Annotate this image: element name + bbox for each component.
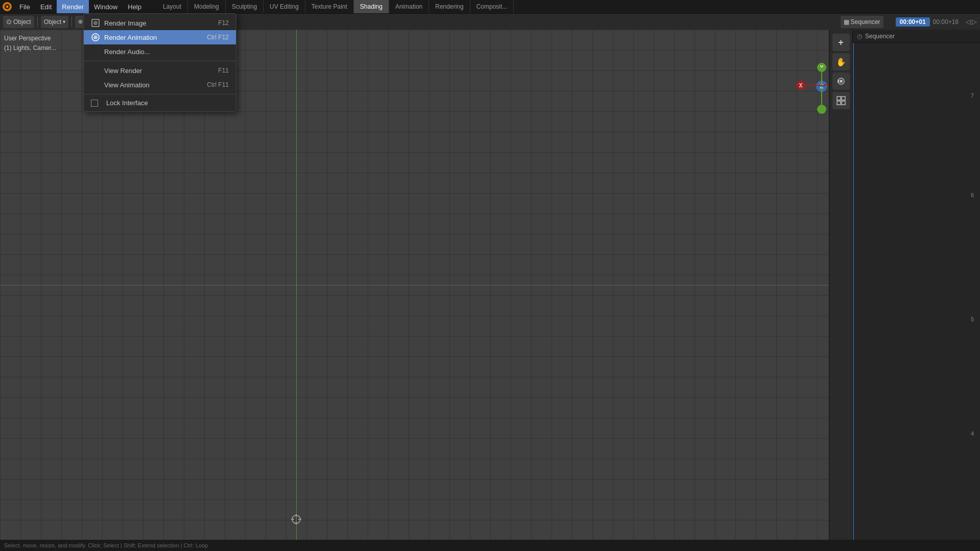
- view-animation-icon: [91, 80, 100, 89]
- status-bar: Select, move, resize, and modify. Click:…: [0, 540, 980, 551]
- end-frame-display: 00:00+16: [933, 18, 959, 26]
- menu-window[interactable]: Window: [89, 0, 123, 13]
- editor-type-btn[interactable]: ⊙ Object: [3, 16, 34, 28]
- view-animation-item[interactable]: View Animation Ctrl F11: [84, 78, 236, 92]
- render-animation-shortcut: Ctrl F12: [207, 34, 229, 41]
- sequencer-icon: ▦: [844, 18, 849, 26]
- zoom-in-btn[interactable]: +: [832, 34, 850, 51]
- scene-label: (1) Lights, Camer...: [4, 43, 56, 53]
- next-frame-icon[interactable]: ▷: [972, 18, 977, 26]
- main-menu: File Edit Render Window Help: [14, 0, 147, 13]
- render-audio-icon: [91, 47, 100, 56]
- timeline-panel: ◷ Sequencer 7 6 5 4: [852, 30, 980, 540]
- svg-rect-15: [837, 97, 841, 100]
- lock-interface-item[interactable]: Lock Interface: [84, 97, 236, 109]
- svg-rect-16: [842, 97, 845, 100]
- render-audio-item[interactable]: Render Audio...: [84, 44, 236, 59]
- render-animation-left: Render Animation: [91, 33, 157, 42]
- menu-file[interactable]: File: [14, 0, 35, 13]
- separator: [37, 17, 38, 27]
- sequencer-header-label: Sequencer: [865, 33, 895, 40]
- tab-animation[interactable]: Animation: [389, 0, 429, 13]
- render-audio-label: Render Audio...: [104, 48, 150, 56]
- render-image-item[interactable]: Render Image F12: [84, 16, 236, 30]
- 3d-cursor: [290, 513, 302, 527]
- view-render-item[interactable]: View Render F11: [84, 63, 236, 78]
- object-mode-label: Object: [44, 18, 62, 26]
- lock-interface-left: Lock Interface: [91, 99, 148, 107]
- timeline-type-icon: ◷: [857, 33, 862, 40]
- view-render-label: View Render: [104, 67, 142, 75]
- object-mode-btn[interactable]: Object ▾: [41, 16, 69, 28]
- svg-rect-14: [838, 80, 839, 83]
- menu-render[interactable]: Render: [57, 0, 89, 13]
- editor-icon: ⊙: [6, 18, 12, 26]
- perspective-label: User Perspective: [4, 34, 56, 43]
- playhead: [853, 43, 854, 540]
- view-animation-label: View Animation: [104, 81, 150, 89]
- tab-shading[interactable]: Shading: [354, 0, 389, 13]
- tab-texture-paint[interactable]: Texture Paint: [305, 0, 354, 13]
- right-panel: + ✋: [829, 30, 852, 540]
- render-animation-icon: [91, 33, 100, 42]
- render-dropdown-menu: Render Image F12 Render Animation Ctrl F…: [83, 13, 236, 112]
- sep2: [71, 17, 72, 27]
- menu-divider-1: [84, 61, 236, 61]
- svg-rect-17: [837, 101, 841, 105]
- sequencer-btn[interactable]: ▦ Sequencer: [841, 16, 883, 28]
- transform-icon: ⊕: [78, 18, 83, 25]
- render-image-icon: [91, 18, 100, 28]
- dropdown-arrow: ▾: [63, 19, 65, 25]
- svg-point-13: [840, 80, 843, 83]
- render-image-label: Render Image: [104, 19, 146, 27]
- tab-sculpting[interactable]: Sculpting: [226, 0, 264, 13]
- svg-point-2: [6, 6, 9, 8]
- tab-rendering[interactable]: Rendering: [429, 0, 470, 13]
- timeline-body[interactable]: 7 6 5 4: [853, 43, 980, 540]
- editor-type-label: Object: [13, 18, 31, 26]
- render-image-left: Render Image: [91, 18, 146, 28]
- camera-view-btn[interactable]: [832, 73, 850, 90]
- tab-compositing[interactable]: Composit...: [470, 0, 514, 13]
- svg-rect-18: [842, 101, 845, 105]
- svg-point-21: [95, 22, 96, 23]
- tab-uv-editing[interactable]: UV Editing: [264, 0, 305, 13]
- timeline-arrows: ◁ ▷: [966, 18, 977, 26]
- render-audio-left: Render Audio...: [91, 47, 150, 56]
- viewport-info: User Perspective (1) Lights, Camer...: [4, 34, 56, 53]
- tab-layout[interactable]: Layout: [157, 0, 188, 13]
- menu-divider-2: [84, 94, 236, 94]
- grid-view-btn[interactable]: [832, 92, 850, 109]
- lock-interface-checkbox[interactable]: [91, 100, 98, 107]
- status-info: Select, move, resize, and modify. Click:…: [4, 542, 208, 548]
- top-menu-bar: File Edit Render Window Help Layout Mode…: [0, 0, 980, 13]
- prev-frame-icon[interactable]: ◁: [966, 18, 971, 26]
- view-render-left: View Render: [91, 66, 142, 75]
- sequencer-label: Sequencer: [851, 18, 880, 26]
- origin-line-horizontal: [0, 285, 852, 285]
- render-animation-item[interactable]: Render Animation Ctrl F12: [84, 30, 236, 44]
- view-render-icon: [91, 66, 100, 75]
- tl-num-4: 4: [971, 430, 974, 437]
- menu-help[interactable]: Help: [123, 0, 147, 13]
- blender-logo: [0, 0, 14, 13]
- current-frame-display[interactable]: 00:00+01: [896, 17, 930, 27]
- timeline-header: ◷ Sequencer: [853, 30, 980, 43]
- tl-num-7: 7: [971, 92, 974, 99]
- view-animation-left: View Animation: [91, 80, 150, 89]
- lock-interface-label: Lock Interface: [106, 99, 148, 107]
- tl-num-5: 5: [971, 316, 974, 322]
- view-animation-shortcut: Ctrl F11: [207, 81, 229, 88]
- render-animation-label: Render Animation: [104, 34, 157, 41]
- render-image-shortcut: F12: [218, 19, 229, 27]
- menu-edit[interactable]: Edit: [35, 0, 57, 13]
- tl-num-6: 6: [971, 192, 974, 198]
- view-render-shortcut: F11: [218, 67, 229, 74]
- pan-btn[interactable]: ✋: [832, 53, 850, 70]
- tab-modeling[interactable]: Modeling: [188, 0, 226, 13]
- svg-point-24: [95, 37, 97, 38]
